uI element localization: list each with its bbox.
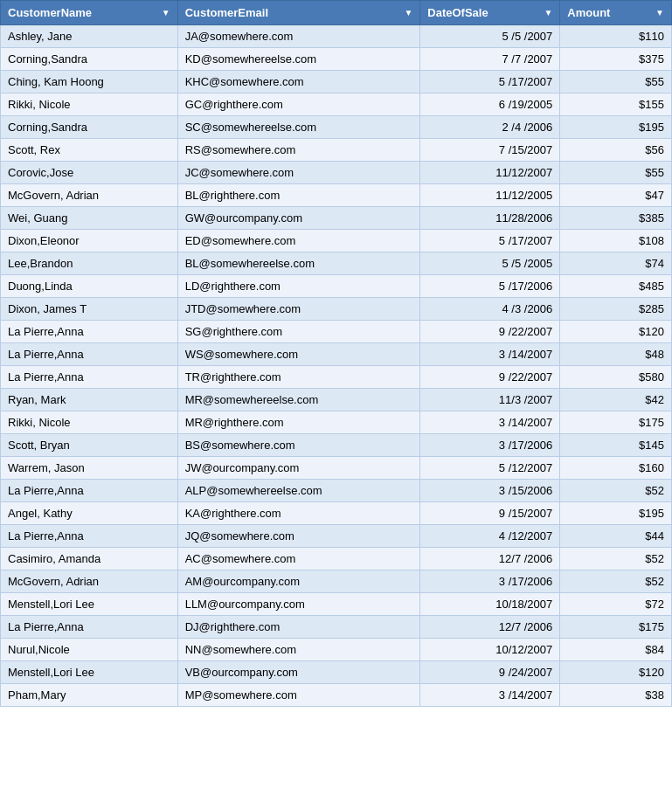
header-customer-name[interactable]: CustomerName ▼ (1, 1, 178, 25)
cell-date-of-sale: 5 /17/2007 (420, 71, 560, 93)
cell-customer-email: AC@somewhere.com (177, 548, 420, 570)
cell-date-of-sale: 5 /17/2007 (420, 230, 560, 252)
cell-customer-email: KD@somewhereelse.com (177, 48, 420, 71)
cell-customer-email: BL@righthere.com (177, 184, 420, 207)
cell-date-of-sale: 3 /17/2006 (420, 434, 560, 457)
cell-date-of-sale: 9 /22/2007 (420, 321, 560, 343)
sort-arrow-name: ▼ (162, 8, 170, 17)
table-row[interactable]: Rikki, NicoleGC@righthere.com6 /19/2005$… (1, 93, 672, 116)
header-customer-email[interactable]: CustomerEmail ▼ (177, 1, 420, 25)
table-row[interactable]: Wei, GuangGW@ourcompany.com11/28/2006$38… (1, 207, 672, 230)
table-row[interactable]: Casimiro, AmandaAC@somewhere.com12/7 /20… (1, 548, 672, 570)
cell-customer-email: JTD@somewhere.com (177, 298, 420, 321)
cell-amount: $110 (560, 25, 672, 48)
cell-date-of-sale: 9 /15/2007 (420, 502, 560, 525)
cell-customer-email: RS@somewhere.com (177, 139, 420, 162)
table-row[interactable]: Ashley, JaneJA@somewhere.com5 /5 /2007$1… (1, 25, 672, 48)
table-row[interactable]: Pham,MaryMP@somewhere.com3 /14/2007$38 (1, 684, 672, 707)
table-row[interactable]: Ryan, MarkMR@somewhereelse.com11/3 /2007… (1, 389, 672, 411)
header-date-of-sale[interactable]: DateOfSale ▼ (420, 1, 560, 25)
header-amount[interactable]: Amount ▼ (560, 1, 672, 25)
cell-amount: $175 (560, 616, 672, 639)
cell-date-of-sale: 10/18/2007 (420, 593, 560, 616)
table-row[interactable]: Corning,SandraSC@somewhereelse.com2 /4 /… (1, 116, 672, 139)
header-label-amount: Amount (567, 6, 610, 19)
table-row[interactable]: McGovern, AdrianAM@ourcompany.com3 /17/2… (1, 570, 672, 593)
cell-amount: $52 (560, 570, 672, 593)
table-row[interactable]: La Pierre,AnnaALP@somewhereelse.com3 /15… (1, 480, 672, 502)
cell-customer-email: MR@righthere.com (177, 411, 420, 434)
cell-customer-email: GC@righthere.com (177, 93, 420, 116)
table-row[interactable]: Ching, Kam HoongKHC@somewhere.com5 /17/2… (1, 71, 672, 93)
cell-date-of-sale: 3 /14/2007 (420, 411, 560, 434)
cell-date-of-sale: 5 /17/2006 (420, 275, 560, 298)
cell-date-of-sale: 11/12/2005 (420, 184, 560, 207)
cell-customer-name: McGovern, Adrian (1, 184, 178, 207)
cell-date-of-sale: 9 /22/2007 (420, 366, 560, 389)
cell-amount: $385 (560, 207, 672, 230)
table-row[interactable]: Menstell,Lori LeeLLM@ourcompany.com10/18… (1, 593, 672, 616)
cell-customer-name: Ching, Kam Hoong (1, 71, 178, 93)
table-header-row: CustomerName ▼ CustomerEmail ▼ DateOfSal… (1, 1, 672, 25)
header-label-date: DateOfSale (427, 6, 488, 19)
table-row[interactable]: Dixon,EleonorED@somewhere.com5 /17/2007$… (1, 230, 672, 252)
cell-date-of-sale: 7 /15/2007 (420, 139, 560, 162)
cell-customer-name: La Pierre,Anna (1, 366, 178, 389)
cell-date-of-sale: 5 /5 /2005 (420, 252, 560, 275)
table-row[interactable]: Rikki, NicoleMR@righthere.com3 /14/2007$… (1, 411, 672, 434)
cell-customer-email: SG@righthere.com (177, 321, 420, 343)
table-row[interactable]: Angel, KathyKA@righthere.com9 /15/2007$1… (1, 502, 672, 525)
table-row[interactable]: Scott, RexRS@somewhere.com7 /15/2007$56 (1, 139, 672, 162)
table-row[interactable]: La Pierre,AnnaTR@righthere.com9 /22/2007… (1, 366, 672, 389)
table-row[interactable]: Scott, BryanBS@somewhere.com3 /17/2006$1… (1, 434, 672, 457)
table-row[interactable]: Dixon, James TJTD@somewhere.com4 /3 /200… (1, 298, 672, 321)
table-body: Ashley, JaneJA@somewhere.com5 /5 /2007$1… (1, 25, 672, 707)
table-row[interactable]: Lee,BrandonBL@somewhereelse.com5 /5 /200… (1, 252, 672, 275)
cell-date-of-sale: 4 /12/2007 (420, 525, 560, 548)
table-row[interactable]: Duong,LindaLD@righthere.com5 /17/2006$48… (1, 275, 672, 298)
cell-customer-name: Wei, Guang (1, 207, 178, 230)
sort-arrow-amount: ▼ (655, 8, 664, 17)
cell-date-of-sale: 11/28/2006 (420, 207, 560, 230)
table-row[interactable]: Warrem, JasonJW@ourcompany.com5 /12/2007… (1, 457, 672, 480)
cell-amount: $47 (560, 184, 672, 207)
cell-amount: $38 (560, 684, 672, 707)
table-row[interactable]: Corning,SandraKD@somewhereelse.com7 /7 /… (1, 48, 672, 71)
table-row[interactable]: Corovic,JoseJC@somewhere.com11/12/2007$5… (1, 162, 672, 184)
cell-customer-email: DJ@righthere.com (177, 616, 420, 639)
table-row[interactable]: Menstell,Lori LeeVB@ourcompany.com9 /24/… (1, 661, 672, 684)
table-row[interactable]: La Pierre,AnnaDJ@righthere.com12/7 /2006… (1, 616, 672, 639)
cell-customer-email: ALP@somewhereelse.com (177, 480, 420, 502)
sort-arrow-date: ▼ (544, 8, 552, 17)
cell-amount: $72 (560, 593, 672, 616)
cell-amount: $42 (560, 389, 672, 411)
cell-date-of-sale: 2 /4 /2006 (420, 116, 560, 139)
cell-customer-name: McGovern, Adrian (1, 570, 178, 593)
table-row[interactable]: McGovern, AdrianBL@righthere.com11/12/20… (1, 184, 672, 207)
cell-date-of-sale: 10/12/2007 (420, 639, 560, 661)
cell-customer-email: MR@somewhereelse.com (177, 389, 420, 411)
cell-customer-name: Corovic,Jose (1, 162, 178, 184)
cell-customer-name: Ryan, Mark (1, 389, 178, 411)
cell-amount: $580 (560, 366, 672, 389)
table-row[interactable]: La Pierre,AnnaJQ@somewhere.com4 /12/2007… (1, 525, 672, 548)
table-row[interactable]: La Pierre,AnnaSG@righthere.com9 /22/2007… (1, 321, 672, 343)
cell-amount: $52 (560, 548, 672, 570)
cell-amount: $55 (560, 162, 672, 184)
cell-customer-name: Angel, Kathy (1, 502, 178, 525)
cell-customer-email: KHC@somewhere.com (177, 71, 420, 93)
cell-date-of-sale: 3 /17/2006 (420, 570, 560, 593)
cell-customer-email: VB@ourcompany.com (177, 661, 420, 684)
cell-customer-name: Warrem, Jason (1, 457, 178, 480)
cell-customer-name: Scott, Rex (1, 139, 178, 162)
table-row[interactable]: La Pierre,AnnaWS@somewhere.com3 /14/2007… (1, 343, 672, 366)
cell-amount: $195 (560, 116, 672, 139)
cell-customer-name: Lee,Brandon (1, 252, 178, 275)
cell-customer-email: ED@somewhere.com (177, 230, 420, 252)
cell-date-of-sale: 5 /5 /2007 (420, 25, 560, 48)
cell-customer-name: La Pierre,Anna (1, 321, 178, 343)
table-row[interactable]: Nurul,NicoleNN@somewhere.com10/12/2007$8… (1, 639, 672, 661)
cell-amount: $56 (560, 139, 672, 162)
cell-date-of-sale: 11/3 /2007 (420, 389, 560, 411)
cell-customer-name: Pham,Mary (1, 684, 178, 707)
